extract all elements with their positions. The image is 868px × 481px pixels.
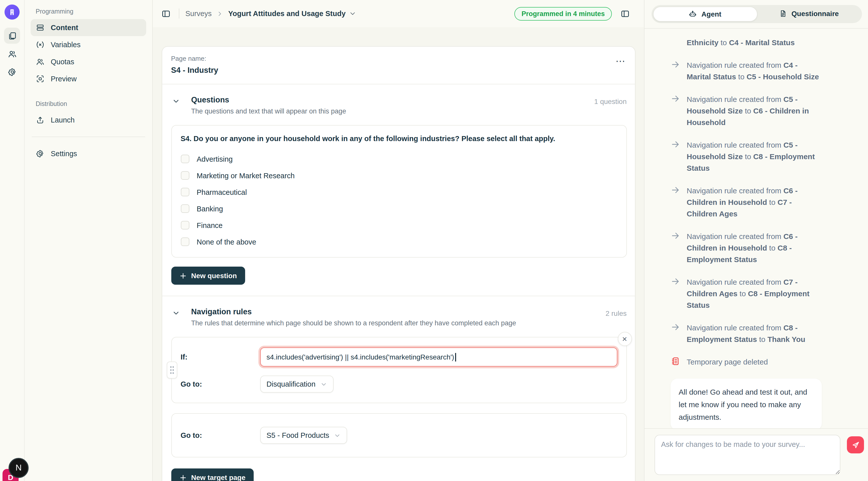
goto-label: Go to: (181, 431, 260, 439)
text-caret (455, 353, 456, 361)
arrow-right-icon (671, 185, 681, 195)
rules-count: 2 rules (606, 309, 627, 317)
questions-count: 1 question (594, 97, 627, 105)
app-window: D N Programming Content Variables Quotas (0, 0, 868, 481)
collapse-questions-icon[interactable] (172, 97, 180, 105)
goto-label: Go to: (181, 380, 260, 388)
agent-message: Temporary page deleted (671, 356, 822, 367)
answer-option-label: Marketing or Market Research (197, 171, 294, 180)
new-question-button[interactable]: New question (171, 267, 245, 285)
checkbox[interactable] (181, 188, 189, 196)
sidebar-item-label: Settings (51, 150, 77, 158)
goto-select-disqualification[interactable]: Disqualification (260, 376, 334, 393)
agent-message: Ethnicity to C4 - Marital Status (671, 37, 822, 48)
agent-message: Navigation rule created from C5 - Househ… (671, 139, 822, 174)
survey-pages-scroll[interactable]: Page name: S4 - Industry ⋯ Questions (153, 27, 644, 481)
agent-message-list[interactable]: Ethnicity to C4 - Marital Status Navigat… (645, 29, 868, 428)
arrow-right-icon (671, 94, 681, 104)
sidebar-item-quotas[interactable]: Quotas (31, 53, 146, 70)
sidebar-item-launch[interactable]: Launch (31, 111, 146, 129)
chat-input[interactable] (654, 435, 840, 475)
checkbox[interactable] (181, 204, 189, 213)
breadcrumb-surveys[interactable]: Surveys (185, 9, 212, 18)
answer-option[interactable]: Banking (181, 200, 617, 217)
sidebar-item-content[interactable]: Content (31, 19, 146, 36)
send-button[interactable] (847, 436, 864, 453)
answer-option[interactable]: Finance (181, 217, 617, 233)
arrow-right-icon (671, 139, 681, 150)
condition-input[interactable]: s4.includes('advertising') || s4.include… (260, 347, 617, 366)
survey-title-menu[interactable]: Yogurt Attitudes and Usage Study (228, 9, 356, 18)
sidebar-item-settings[interactable]: Settings (31, 145, 146, 162)
answer-option-label: Advertising (197, 155, 232, 163)
org-avatar[interactable] (4, 4, 20, 20)
icon-rail: D N (0, 0, 25, 481)
agent-chat-bubble: All done! Go ahead and test it out, and … (671, 379, 822, 428)
rail-audience-button[interactable] (4, 46, 20, 62)
answer-option-label: Banking (197, 204, 223, 213)
deleted-page-icon (671, 356, 681, 366)
answer-option[interactable]: Advertising (181, 151, 617, 167)
remove-rule-button[interactable]: ✕ (618, 332, 632, 346)
if-label: If: (181, 353, 260, 361)
plus-icon (179, 474, 187, 481)
toggle-right-panel-icon[interactable] (618, 6, 632, 21)
answer-option[interactable]: Marketing or Market Research (181, 167, 617, 184)
question-text: S4. Do you or anyone in your household w… (181, 134, 617, 142)
goto-select-s5[interactable]: S5 - Food Products (260, 427, 347, 444)
question-options: Advertising Marketing or Market Research… (181, 151, 617, 250)
agent-message: Navigation rule created from C6 - Childr… (671, 230, 822, 265)
sidebar-item-variables[interactable]: Variables (31, 36, 146, 53)
answer-option[interactable]: Pharmaceutical (181, 184, 617, 200)
agent-panel: Agent Questionnaire Ethnicity to C4 - Ma… (644, 0, 868, 481)
agent-message-text: Navigation rule created from C4 - Marita… (687, 59, 822, 82)
navigation-rules-subtitle: The rules that determine which page shou… (191, 319, 606, 327)
chevron-down-icon (320, 381, 327, 387)
page-menu-button[interactable]: ⋯ (615, 55, 627, 68)
answer-option-label: Finance (197, 221, 222, 229)
chevron-down-icon (334, 432, 341, 439)
checkbox[interactable] (181, 221, 189, 229)
agent-message-text: Navigation rule created from C5 - Househ… (687, 93, 822, 128)
n-badge[interactable]: N (8, 458, 29, 478)
checkbox[interactable] (181, 155, 189, 163)
agent-message: Navigation rule created from C7 - Childr… (671, 276, 822, 311)
agent-message-text: Navigation rule created from C7 - Childr… (687, 276, 822, 311)
navigation-rules-title: Navigation rules (191, 307, 606, 316)
gear-icon (7, 67, 17, 76)
toggle-left-panel-icon[interactable] (159, 6, 173, 21)
chat-input-area (645, 428, 868, 481)
tab-agent[interactable]: Agent (653, 6, 757, 22)
sidebar-item-label: Launch (51, 116, 74, 124)
arrow-right-icon (671, 277, 681, 287)
sidebar-item-label: Quotas (51, 58, 74, 66)
answer-option-label: Pharmaceutical (197, 188, 247, 196)
panel-tabs: Agent Questionnaire (651, 5, 862, 23)
preview-frame-icon (36, 74, 45, 83)
pages-icon (7, 31, 17, 40)
rail-surveys-button[interactable] (4, 28, 20, 44)
top-bar: Surveys Yogurt Attitudes and Usage Study… (153, 0, 644, 27)
page-card-s4: Page name: S4 - Industry ⋯ Questions (161, 46, 635, 481)
drag-handle[interactable] (166, 361, 177, 379)
question-block[interactable]: S4. Do you or anyone in your household w… (171, 125, 627, 258)
variables-icon (36, 40, 45, 49)
collapse-rules-icon[interactable] (172, 309, 180, 317)
tab-questionnaire[interactable]: Questionnaire (757, 6, 861, 21)
questions-subtitle: The questions and text that will appear … (191, 107, 594, 115)
chevron-down-icon (349, 10, 356, 17)
page-name-label: Page name: (171, 55, 218, 62)
arrow-right-icon (671, 322, 681, 332)
checkbox[interactable] (181, 237, 189, 246)
sidebar-section-programming: Programming (31, 6, 146, 19)
upload-icon (36, 116, 45, 125)
answer-option[interactable]: None of the above (181, 233, 617, 250)
robot-icon (689, 10, 697, 18)
checkbox[interactable] (181, 171, 189, 180)
rows-icon (36, 23, 45, 32)
new-target-page-button[interactable]: New target page (171, 469, 253, 481)
sidebar: Programming Content Variables Quotas Pre… (25, 0, 153, 481)
sidebar-item-preview[interactable]: Preview (31, 70, 146, 87)
rail-settings-button[interactable] (4, 64, 20, 80)
breadcrumb: Surveys Yogurt Attitudes and Usage Study (185, 9, 356, 18)
